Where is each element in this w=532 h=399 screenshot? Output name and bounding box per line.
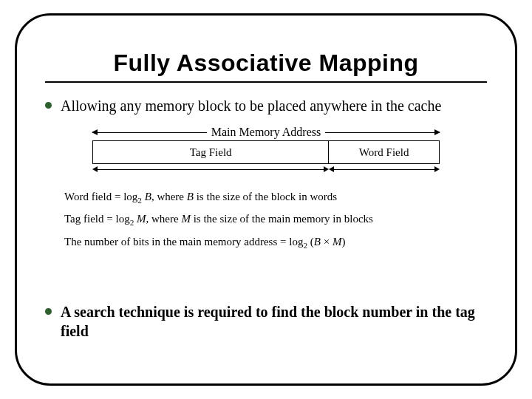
var: M [134,213,146,225]
var: B [314,236,321,248]
word-width-arrow-icon [329,166,440,173]
memory-address-diagram: Main Memory Address Tag Field Word Field [92,126,440,173]
var: B [142,191,151,202]
text: is the size of the main memory in blocks [191,213,373,225]
bullet-item: Allowing any memory block to be placed a… [45,96,487,115]
text: ( [307,236,314,248]
bullet-text: A search technique is required to find t… [61,302,487,341]
text: , where [146,213,182,225]
main-memory-address-label: Main Memory Address [207,126,325,139]
bullet-item: A search technique is required to find t… [45,302,487,341]
text: Tag field = log [64,213,130,225]
field-box: Tag Field Word Field [92,140,440,164]
formula-address-bits: The number of bits in the main memory ad… [64,231,487,253]
bullet-text: Allowing any memory block to be placed a… [61,96,441,115]
text: The number of bits in the main memory ad… [64,236,303,248]
var: M [332,236,342,248]
slide-frame: Fully Associative Mapping Allowing any m… [15,13,517,386]
formula-block: Word field = log2 B, where B is the size… [64,186,487,253]
text: ) [341,236,345,248]
slide-title: Fully Associative Mapping [45,50,487,77]
field-width-arrows [92,166,440,173]
spacer [45,253,487,298]
arrow-right-icon [325,129,440,136]
tag-width-arrow-icon [92,166,329,173]
text: Word field = log [64,191,137,202]
bullet-icon [45,102,52,109]
var: B [187,191,194,202]
tag-field-cell: Tag Field [93,141,329,163]
diagram-top-label: Main Memory Address [92,126,440,139]
var: M [181,213,191,225]
formula-tag-field: Tag field = log2 M, where M is the size … [64,208,487,231]
title-underline [45,81,487,83]
text: is the size of the block in words [194,191,337,202]
arrow-left-icon [92,129,207,136]
slide: Fully Associative Mapping Allowing any m… [0,0,532,399]
formula-word-field: Word field = log2 B, where B is the size… [64,186,487,208]
bullet-icon [45,308,52,315]
text: , where [151,191,187,202]
word-field-cell: Word Field [329,141,439,163]
text: × [321,236,332,248]
